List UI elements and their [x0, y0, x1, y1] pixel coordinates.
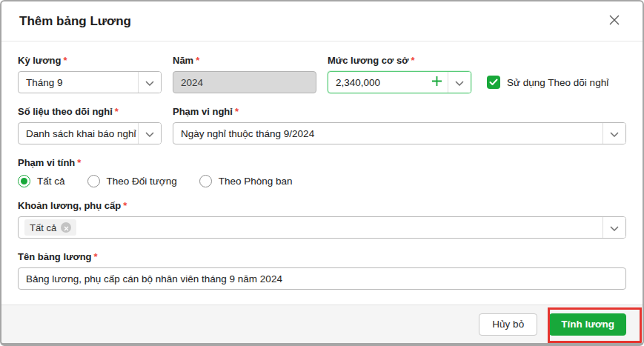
leave-data-label: Số liệu theo dõi nghỉ* [18, 106, 162, 117]
field-leave-data: Số liệu theo dõi nghỉ* Danh sách khai bá… [18, 106, 162, 144]
leave-scope-value: Ngày nghỉ thuộc tháng 9/2024 [173, 128, 602, 139]
checkbox-checked [487, 76, 500, 89]
plus-icon [431, 76, 442, 89]
form-row-1: Kỳ lương* Tháng 9 Năm* [18, 55, 626, 93]
use-leave-tracking-label: Sử dụng Theo dõi nghỉ [507, 77, 608, 88]
close-icon [608, 14, 620, 28]
selected-tag: Tất cả [24, 219, 76, 236]
check-icon [489, 76, 498, 89]
leave-scope-label: Phạm vi nghỉ* [173, 106, 626, 117]
required-marker: * [63, 55, 67, 66]
close-button[interactable] [604, 11, 625, 32]
required-marker: * [115, 106, 119, 117]
field-year: Năm* [173, 55, 316, 93]
base-salary-value[interactable]: 2,340,000 [328, 77, 425, 88]
radio-option-by-subject[interactable]: Theo Đối tượng [87, 175, 177, 187]
base-salary-label: Mức lương cơ sở* [328, 55, 471, 66]
form-row-5: Tên bảng lương* [18, 251, 626, 290]
base-salary-dropdown-toggle[interactable] [448, 72, 471, 93]
radio-label: Tất cả [37, 176, 65, 187]
calculate-salary-button[interactable]: Tính lương [549, 313, 626, 336]
radio-icon [199, 175, 212, 187]
tag-label: Tất cả [30, 222, 56, 233]
leave-scope-dropdown-toggle[interactable] [602, 123, 625, 144]
payroll-name-label: Tên bảng lương* [18, 251, 626, 262]
salary-items-multiselect[interactable]: Tất cả [18, 216, 626, 239]
required-marker: * [411, 55, 414, 66]
radio-icon [18, 175, 30, 187]
form-row-2: Số liệu theo dõi nghỉ* Danh sách khai bá… [18, 106, 626, 144]
required-marker: * [77, 157, 81, 168]
use-leave-tracking-checkbox[interactable]: Sử dụng Theo dõi nghỉ [487, 71, 608, 93]
add-salary-dialog: Thêm bảng Lương Kỳ lương* Tháng 9 [0, 0, 644, 346]
salary-items-dropdown-toggle[interactable] [602, 217, 625, 238]
base-salary-control: 2,340,000 [328, 71, 471, 93]
required-marker: * [196, 55, 199, 66]
form-row-4: Khoản lương, phụ cấp* Tất cả [18, 200, 626, 239]
tag-remove-icon [64, 222, 69, 233]
calc-scope-radio-group: Tất cả Theo Đối tượng Theo Phòng ban [18, 175, 626, 187]
leave-data-dropdown-toggle[interactable] [138, 123, 161, 144]
dialog-header: Thêm bảng Lương [1, 1, 643, 41]
required-marker: * [94, 251, 98, 262]
chevron-down-icon [610, 128, 619, 139]
required-marker: * [235, 106, 239, 117]
calc-scope-label: Phạm vi tính* [18, 157, 626, 168]
required-marker: * [123, 200, 127, 211]
radio-icon [87, 175, 100, 187]
form-row-3: Phạm vi tính* Tất cả Theo Đối tượng Theo… [18, 157, 626, 187]
leave-scope-select[interactable]: Ngày nghỉ thuộc tháng 9/2024 [173, 122, 626, 144]
field-salary-items: Khoản lương, phụ cấp* Tất cả [18, 200, 626, 239]
salary-period-select[interactable]: Tháng 9 [18, 71, 162, 93]
field-payroll-name: Tên bảng lương* [18, 251, 626, 290]
chevron-down-icon [145, 128, 154, 139]
radio-label: Theo Đối tượng [107, 176, 177, 187]
radio-label: Theo Phòng ban [219, 176, 293, 187]
radio-option-all[interactable]: Tất cả [18, 175, 65, 187]
dialog-body: Kỳ lương* Tháng 9 Năm* [1, 41, 643, 305]
salary-items-label: Khoản lương, phụ cấp* [18, 200, 626, 211]
chevron-down-icon [455, 77, 464, 88]
chevron-down-icon [145, 77, 154, 88]
salary-period-dropdown-toggle[interactable] [138, 72, 161, 93]
base-salary-add-button[interactable] [425, 72, 448, 93]
year-input [173, 71, 316, 93]
payroll-name-input[interactable] [18, 267, 626, 290]
cancel-button[interactable]: Hủy bỏ [479, 313, 537, 336]
radio-option-by-department[interactable]: Theo Phòng ban [199, 175, 293, 187]
leave-data-select[interactable]: Danh sách khai báo nghỉ [18, 122, 162, 144]
field-leave-scope: Phạm vi nghỉ* Ngày nghỉ thuộc tháng 9/20… [173, 106, 626, 144]
salary-period-value: Tháng 9 [19, 77, 138, 88]
tag-remove-button[interactable] [61, 222, 71, 233]
dialog-footer: Hủy bỏ Tính lương [1, 305, 643, 343]
field-base-salary: Mức lương cơ sở* 2,340,000 [328, 55, 471, 93]
field-salary-period: Kỳ lương* Tháng 9 [18, 55, 162, 93]
year-label: Năm* [173, 55, 316, 66]
salary-period-label: Kỳ lương* [18, 55, 162, 66]
dialog-title: Thêm bảng Lương [19, 14, 131, 29]
chevron-down-icon [610, 222, 619, 233]
leave-data-value: Danh sách khai báo nghỉ [19, 128, 138, 139]
